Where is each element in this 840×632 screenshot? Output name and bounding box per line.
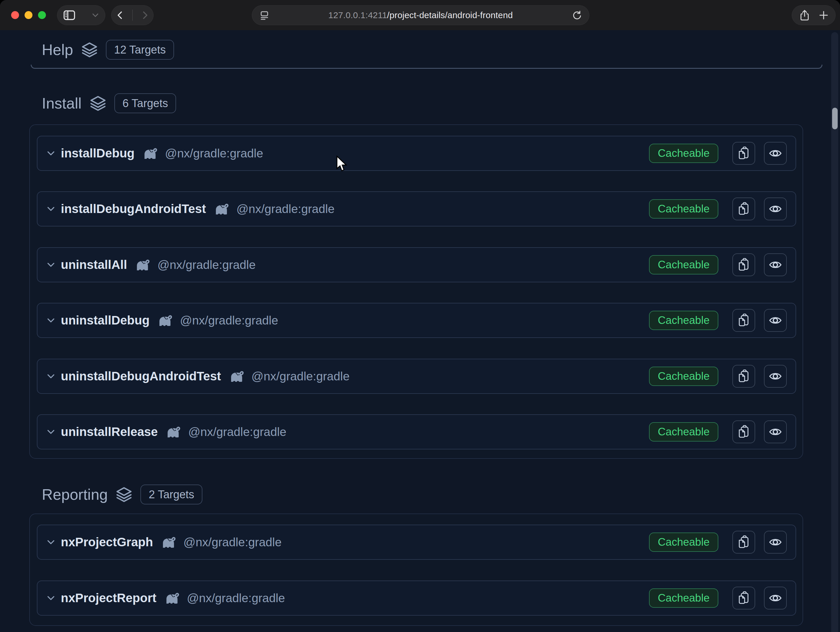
target-row[interactable]: nxProjectGraph @nx/gradle:gradle Cacheab… <box>37 525 796 560</box>
section-heading-install: Install 6 Targets <box>42 91 176 115</box>
actions-pill <box>792 5 835 25</box>
target-executor: @nx/gradle:gradle <box>251 370 350 383</box>
copy-icon <box>737 536 750 549</box>
view-button[interactable] <box>764 253 787 276</box>
target-executor: @nx/gradle:gradle <box>180 314 278 327</box>
layers-icon <box>115 486 133 503</box>
copy-icon <box>737 258 750 272</box>
target-name: uninstallDebugAndroidTest <box>61 369 221 383</box>
gradle-elephant-icon <box>157 314 173 327</box>
cacheable-badge: Cacheable <box>649 367 718 386</box>
new-tab-button[interactable] <box>818 9 829 21</box>
gradle-elephant-icon <box>165 425 181 438</box>
copy-icon <box>737 202 750 216</box>
scrollbar-track[interactable] <box>831 32 838 632</box>
install-targets-group: installDebug @nx/gradle:gradle Cacheable… <box>29 124 803 459</box>
target-executor: @nx/gradle:gradle <box>188 425 286 439</box>
target-executor: @nx/gradle:gradle <box>165 147 263 160</box>
url-bar[interactable]: 127.0.0.1:4211/project-details/android-f… <box>252 5 589 25</box>
view-button[interactable] <box>764 365 787 388</box>
reporting-targets-group: nxProjectGraph @nx/gradle:gradle Cacheab… <box>29 514 803 626</box>
target-row[interactable]: installDebug @nx/gradle:gradle Cacheable <box>37 136 796 171</box>
gradle-elephant-icon <box>213 202 229 215</box>
copy-button[interactable] <box>733 198 755 220</box>
chevron-down-icon[interactable] <box>46 427 56 437</box>
copy-button[interactable] <box>733 309 755 332</box>
section-title: Help <box>42 41 73 58</box>
view-button[interactable] <box>764 309 787 332</box>
section-title: Install <box>42 95 82 112</box>
chevron-down-icon[interactable] <box>46 315 56 325</box>
targets-count-badge: 2 Targets <box>141 485 202 504</box>
view-button[interactable] <box>764 531 787 554</box>
copy-button[interactable] <box>733 365 755 388</box>
target-row[interactable]: nxProjectReport @nx/gradle:gradle Cachea… <box>37 580 796 616</box>
forward-button[interactable] <box>139 10 150 21</box>
target-name: uninstallAll <box>61 258 127 272</box>
chevron-down-icon[interactable] <box>91 11 100 20</box>
target-row[interactable]: uninstallAll @nx/gradle:gradle Cacheable <box>37 247 796 282</box>
view-button[interactable] <box>764 142 787 165</box>
target-name: nxProjectReport <box>61 591 156 605</box>
gradle-elephant-icon <box>229 370 245 383</box>
eye-icon <box>769 147 782 160</box>
zoom-window-button[interactable] <box>38 11 46 19</box>
target-name: installDebug <box>61 146 134 160</box>
reload-button[interactable] <box>572 9 583 21</box>
share-button[interactable] <box>799 9 811 21</box>
target-executor: @nx/gradle:gradle <box>236 202 335 216</box>
copy-button[interactable] <box>733 420 755 443</box>
project-details-page: Help 12 Targets Install 6 Targets instal… <box>0 30 840 632</box>
close-window-button[interactable] <box>11 11 19 19</box>
chevron-down-icon[interactable] <box>46 148 56 159</box>
reader-icon[interactable] <box>259 9 270 21</box>
target-executor: @nx/gradle:gradle <box>183 536 282 549</box>
browser-window: 127.0.0.1:4211/project-details/android-f… <box>0 0 840 632</box>
target-name: nxProjectGraph <box>61 535 153 549</box>
eye-icon <box>769 591 782 605</box>
view-button[interactable] <box>764 420 787 443</box>
chevron-down-icon[interactable] <box>46 259 56 270</box>
eye-icon <box>769 536 782 549</box>
section-heading-reporting: Reporting 2 Targets <box>42 482 202 507</box>
mouse-cursor <box>335 155 347 173</box>
cacheable-badge: Cacheable <box>649 532 718 552</box>
copy-icon <box>737 591 750 605</box>
target-row[interactable]: installDebugAndroidTest @nx/gradle:gradl… <box>37 191 796 226</box>
copy-icon <box>737 314 750 327</box>
eye-icon <box>769 314 782 327</box>
target-row[interactable]: uninstallRelease @nx/gradle:gradle Cache… <box>37 414 796 449</box>
copy-icon <box>737 425 750 439</box>
chevron-down-icon[interactable] <box>46 371 56 382</box>
copy-button[interactable] <box>733 142 755 165</box>
sidebar-toggle-icon[interactable] <box>63 9 76 21</box>
target-executor: @nx/gradle:gradle <box>157 258 256 272</box>
target-name: uninstallDebug <box>61 313 150 327</box>
section-heading-help: Help 12 Targets <box>42 38 174 62</box>
view-button[interactable] <box>764 587 787 610</box>
chevron-down-icon[interactable] <box>46 204 56 214</box>
section-title: Reporting <box>42 486 107 503</box>
target-executor: @nx/gradle:gradle <box>187 591 285 605</box>
copy-button[interactable] <box>733 253 755 276</box>
layers-icon <box>81 41 98 58</box>
chevron-down-icon[interactable] <box>46 593 56 604</box>
view-button[interactable] <box>764 198 787 220</box>
gradle-elephant-icon <box>161 536 176 548</box>
eye-icon <box>769 258 782 272</box>
browser-chrome: 127.0.0.1:4211/project-details/android-f… <box>0 0 840 30</box>
target-row[interactable]: uninstallDebugAndroidTest @nx/gradle:gra… <box>37 359 796 394</box>
targets-count-badge: 12 Targets <box>106 40 174 60</box>
gradle-elephant-icon <box>134 258 150 271</box>
cacheable-badge: Cacheable <box>649 422 718 441</box>
scrollbar-thumb[interactable] <box>832 107 838 130</box>
copy-icon <box>737 370 750 383</box>
gradle-elephant-icon <box>164 592 180 605</box>
chevron-down-icon[interactable] <box>46 537 56 547</box>
back-button[interactable] <box>115 10 125 21</box>
help-group-bottom-edge <box>31 65 823 69</box>
minimize-window-button[interactable] <box>25 11 32 19</box>
target-row[interactable]: uninstallDebug @nx/gradle:gradle Cacheab… <box>37 303 796 338</box>
copy-button[interactable] <box>733 531 755 554</box>
copy-button[interactable] <box>733 587 755 610</box>
